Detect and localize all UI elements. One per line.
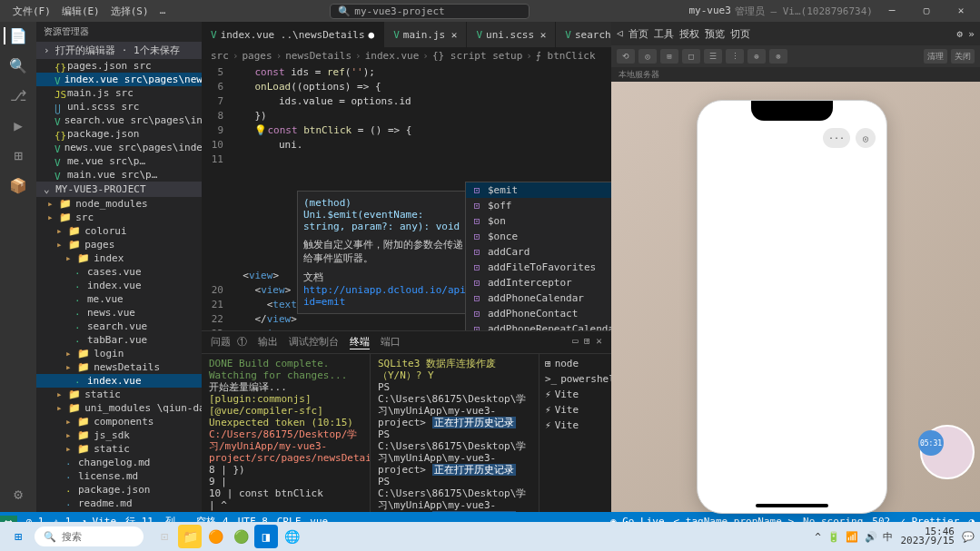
editor-tab[interactable]: V main.js ✕ [384,22,467,47]
suggestion-item[interactable]: ⊡addPhoneContact [466,306,611,321]
editor-tab[interactable]: V search.vue ✕ [556,22,611,47]
menu-select[interactable]: 选择(S) [105,5,154,18]
system-tray[interactable]: ^ 🔋 📶 🔊 中 15:462023/9/15 💬 [815,527,975,546]
preview-tool-btn[interactable]: ⋮ [726,49,744,64]
suggestion-item[interactable]: ⊡$emit [466,182,611,198]
preview-tool-btn[interactable]: ☰ [704,49,722,64]
terminal-left[interactable]: DONE Build complete. Watching for change… [202,354,370,512]
preview-tool-btn[interactable]: ◎ [638,49,657,64]
suggestion-item[interactable]: ⊡$off [466,198,611,213]
tree-item[interactable]: ▸ 📁 newsDetails [36,360,202,374]
close-button[interactable]: ✕ [945,5,976,18]
tree-item[interactable]: ▸ 📁 colorui [36,224,202,238]
app-icon-2[interactable]: 🟢 [229,525,252,548]
panel-tab-output[interactable]: 输出 [258,335,278,349]
tree-item[interactable]: · index.vue [36,374,202,388]
vscode-icon[interactable]: ◨ [254,525,278,548]
scm-icon[interactable]: ⎇ [10,87,26,104]
debug-icon[interactable]: ▶ [14,117,23,134]
suggestion-item[interactable]: ⊡addPhoneCalendar [466,290,611,306]
tree-item[interactable]: · news.vue [36,306,202,320]
panel-tab-terminal[interactable]: 终端 [350,335,370,349]
panel-tab-problems[interactable]: 问题 ① [211,335,247,349]
tree-item[interactable]: · search.vue [36,320,202,333]
tree-item[interactable]: ▸ 📁 login [36,347,202,360]
preview-settings-icon[interactable]: ⚙ » [956,28,975,40]
menu-file[interactable]: 文件(F) [7,5,56,18]
tree-item[interactable]: ▸ 📁 js_sdk [36,428,202,442]
editor-tab[interactable]: V index.vue ..\newsDetails ● [202,22,384,47]
terminal-right[interactable]: SQLite3 数据库连接作废（Y/N）? YPS C:\Users\86175… [370,354,539,512]
preview-tool-btn[interactable]: ⊞ [660,49,678,64]
open-editor-item[interactable]: JSmain.js src [36,86,202,100]
minimize-button[interactable]: ─ [876,5,907,18]
tree-item[interactable]: · license.md [36,469,202,483]
preview-tool-btn[interactable]: ⊕ [747,49,766,64]
breadcrumbs[interactable]: src›pages›newsDetails›index.vue›{} scrip… [202,47,611,64]
open-editor-item[interactable]: Vsearch.vue src\pages\index [36,113,202,127]
open-editor-item[interactable]: Vmain.vue src\p… [36,168,202,182]
open-editor-item[interactable]: {}pages.json src [36,59,202,73]
tree-item[interactable]: ▸ 📁 components [36,415,202,428]
menu-edit[interactable]: 编辑(E) [56,5,105,18]
suggestion-item[interactable]: ⊡addInterceptor [466,275,611,290]
terminal-list-item[interactable]: ⊞node [541,356,609,371]
open-editors-header[interactable]: › 打开的编辑器 · 1个未保存 [36,42,202,59]
panel-tab-ports[interactable]: 端口 [381,335,401,349]
terminal-list-item[interactable]: >_powershell [541,371,609,387]
settings-icon[interactable]: ⚙ [14,486,23,503]
taskbar-search[interactable]: 🔍 搜索 [35,526,144,546]
chrome-icon[interactable]: 🌐 [280,525,303,548]
extensions-icon[interactable]: ⊞ [14,147,23,164]
tree-item[interactable]: ▸ 📁 pages [36,238,202,251]
suggestion-item[interactable]: ⊡addPhoneRepeatCalendar [466,321,611,330]
tree-item[interactable]: ▸ 📁 index [36,251,202,265]
explorer-icon[interactable]: 📄 [4,27,27,44]
notif-icon[interactable]: 💬 [962,531,975,543]
tree-item[interactable]: · App.vue [36,510,202,512]
open-editor-item[interactable]: Vindex.vue src\pages\newsDet… ● [36,73,202,86]
preview-tool-btn[interactable]: ⟲ [617,49,635,64]
command-search[interactable]: 🔍 my-vue3-project [330,4,530,19]
maximize-button[interactable]: ▢ [911,5,942,18]
project-header[interactable]: ⌄ MY-VUE3-PROJECT [36,182,202,197]
tree-item[interactable]: ▸ 📁 uni_modules \qiun-data-charts [36,401,202,415]
panel-tab-debug[interactable]: 调试控制台 [289,335,339,349]
tree-item[interactable]: ▸ 📁 node_modules [36,197,202,211]
suggestion-item[interactable]: ⊡addFileToFavorites [466,260,611,275]
suggestion-item[interactable]: ⊡addCard [466,244,611,260]
terminal-list-item[interactable]: ⚡Vite [541,402,609,418]
menu-more[interactable]: … [154,5,172,18]
tree-item[interactable]: · tabBar.vue [36,333,202,347]
app-icon-1[interactable]: 🟠 [203,525,227,548]
code-editor[interactable]: 567891011 20212223242526272829 const ids… [202,64,611,330]
open-editor-item[interactable]: Vnews.vue src\pages\index [36,141,202,154]
record-badge[interactable]: 05:31 [918,430,944,456]
start-button[interactable]: ⊞ [5,526,31,547]
tree-item[interactable]: ▸ 📁 src [36,211,202,224]
tree-item[interactable]: · changelog.md [36,456,202,469]
suggestion-widget[interactable]: ⊡$emit⊡$off⊡$on⊡$once⊡addCard⊡addFileToF… [465,182,611,330]
open-editor-item[interactable]: ⋃uni.scss src [36,100,202,113]
preview-tool-btn[interactable]: ⊗ [769,49,787,64]
tray-icons[interactable]: ^ 🔋 📶 🔊 中 [815,530,893,544]
tree-item[interactable]: · cases.vue [36,265,202,279]
tree-item[interactable]: · me.vue [36,292,202,306]
folder-icon[interactable]: 📁 [178,525,202,548]
remote-icon[interactable]: 📦 [9,177,27,194]
tree-item[interactable]: · package.json [36,483,202,497]
capsule-menu-icon[interactable]: ··· [823,128,850,148]
tree-item[interactable]: · readme.md [36,497,202,510]
tree-item[interactable]: · index.vue [36,279,202,292]
open-editor-item[interactable]: Vme.vue src\p… [36,154,202,168]
suggestion-item[interactable]: ⊡$on [466,213,611,229]
search-icon[interactable]: 🔍 [9,57,27,74]
editor-tab[interactable]: V uni.scss ✕ [467,22,556,47]
preview-tool-btn[interactable]: □ [682,49,700,64]
tree-item[interactable]: ▸ 📁 static [36,388,202,401]
suggestion-item[interactable]: ⊡$once [466,229,611,244]
preview-back-icon[interactable]: ◁ [617,27,623,41]
capsule-close-icon[interactable]: ◎ [856,128,876,148]
terminal-list-item[interactable]: ⚡Vite [541,418,609,433]
taskview-icon[interactable]: ⊡ [153,525,176,548]
